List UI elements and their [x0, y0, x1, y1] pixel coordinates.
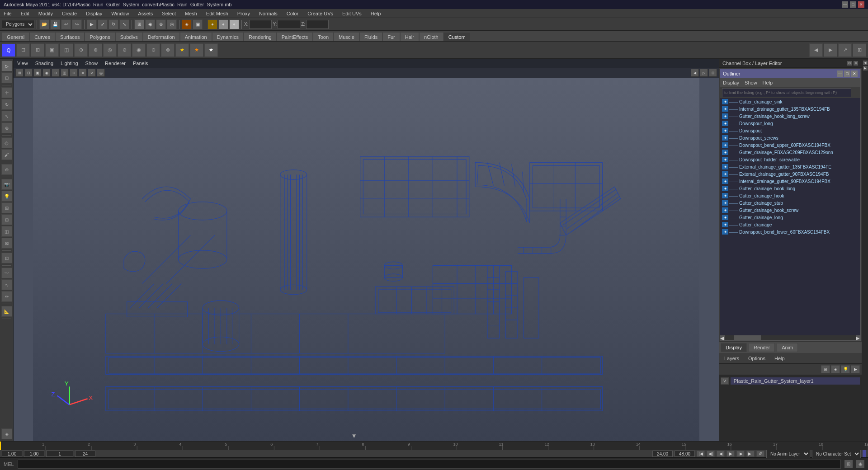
menu-display[interactable]: Display [84, 10, 104, 17]
menu-edit[interactable]: Edit [19, 10, 31, 17]
attr-mid-btn[interactable]: ▶ [863, 66, 868, 70]
character-set-select[interactable]: No Character Set [812, 449, 861, 458]
outliner-item-4[interactable]: ◈——Downspout [720, 127, 860, 134]
z-input[interactable] [306, 20, 329, 29]
tab-custom[interactable]: Custom [443, 32, 471, 41]
tab-deformation[interactable]: Deformation [143, 32, 180, 41]
menu-create-uvs[interactable]: Create UVs [306, 10, 335, 17]
menu-help[interactable]: Help [369, 10, 383, 17]
polygon-select[interactable]: Polygons [2, 20, 34, 29]
menu-file[interactable]: File [2, 10, 14, 17]
tab-rendering[interactable]: Rendering [244, 32, 277, 41]
outliner-item-16[interactable]: ◈——Gutter_drainage_long [720, 214, 860, 221]
outliner-hscroll-right[interactable]: ▶ [856, 335, 860, 340]
tab-toon[interactable]: Toon [313, 32, 334, 41]
tb-light3[interactable]: ● [229, 19, 239, 29]
lt-cluster[interactable]: ⊡ [1, 253, 12, 263]
vp-tb-snap3[interactable]: ⊘ [88, 69, 96, 77]
playback-start-input[interactable] [652, 451, 673, 457]
shelf-icon-1[interactable]: ⊡ [16, 43, 30, 57]
tb-scale-btn[interactable]: ⤡ [119, 19, 129, 29]
outliner-item-2[interactable]: ◈——Gutter_drainage_hook_long_screw [720, 113, 860, 120]
tab-hair[interactable]: Hair [400, 32, 419, 41]
outliner-item-7[interactable]: ◈——Gutter_drainage_FBXASC209FBXASC129onn [720, 149, 860, 156]
menu-proxy[interactable]: Proxy [236, 10, 252, 17]
vp-tb-end3[interactable]: ⊞ [709, 69, 717, 77]
tb-save-btn[interactable]: 💾 [50, 19, 60, 29]
shelf-icon-6[interactable]: ⊗ [89, 43, 102, 57]
outliner-item-8[interactable]: ◈——Downspout_holder_screwable [720, 156, 860, 163]
lt-ep-curve[interactable]: 〰 [1, 268, 12, 278]
tab-painteffects[interactable]: PaintEffects [277, 32, 313, 41]
lt-move[interactable]: ✛ [1, 87, 12, 98]
vp-tb-end2[interactable]: ▷ [700, 69, 708, 77]
menu-edit-uvs[interactable]: Edit UVs [340, 10, 363, 17]
outliner-hscroll-thumb[interactable] [734, 335, 761, 340]
outliner-menu-display[interactable]: Display [723, 80, 739, 85]
close-btn[interactable]: ✕ [858, 1, 864, 8]
x-input[interactable] [249, 20, 272, 29]
loop-btn[interactable]: ↺ [756, 451, 764, 457]
lt-select[interactable]: ▷ [1, 61, 12, 71]
shelf-icon-14[interactable]: ★ [204, 43, 218, 57]
tb-sel-btn[interactable]: ▶ [87, 19, 97, 29]
tab-curves[interactable]: Curves [29, 32, 55, 41]
tab-fur[interactable]: Fur [382, 32, 400, 41]
vp-tb-6[interactable]: ◫ [61, 69, 69, 77]
tb-light1[interactable]: ● [208, 19, 217, 29]
menu-select[interactable]: Select [160, 10, 178, 17]
outliner-item-5[interactable]: ◈——Downspout_screws [720, 134, 860, 141]
tb-snap-surface[interactable]: ◎ [167, 19, 177, 29]
step-back-btn[interactable]: ◀| [707, 451, 715, 457]
layer-render-btn[interactable]: ◈ [831, 365, 840, 373]
tab-ncloth[interactable]: nCloth [419, 32, 443, 41]
channel-close-icon[interactable]: ✕ [854, 61, 858, 66]
lt-camera[interactable]: 📷 [1, 179, 12, 190]
play-fwd-btn[interactable]: ▶ [726, 451, 735, 457]
menu-edit-mesh[interactable]: Edit Mesh [204, 10, 230, 17]
status-icon-2[interactable]: ◉ [856, 460, 864, 468]
shelf-icon-13[interactable]: ★ [190, 43, 203, 57]
current-frame-input[interactable] [24, 451, 44, 457]
lt-bottom-btn[interactable]: ◈ [1, 428, 12, 439]
shelf-icon-7[interactable]: ◎ [103, 43, 117, 57]
vp-lighting[interactable]: Lighting [61, 61, 78, 66]
vp-tb-5[interactable]: ⊙ [52, 69, 60, 77]
outliner-item-10[interactable]: ◈——External_drainage_gutter_90FBXASC194F… [720, 170, 860, 178]
outliner-item-15[interactable]: ◈——Gutter_drainage_hook_screw [720, 207, 860, 214]
outliner-menu-show[interactable]: Show [745, 80, 757, 85]
outliner-item-12[interactable]: ◈——Gutter_drainage_hook_long [720, 185, 860, 192]
tab-polygons[interactable]: Polygons [85, 32, 115, 41]
outliner-item-11[interactable]: ◈——Internal_drainage_gutter_90FBXASC194F… [720, 178, 860, 185]
tab-dynamics[interactable]: Dynamics [212, 32, 244, 41]
attr-top-btn[interactable]: ◀ [863, 61, 868, 65]
shelf-icon-4[interactable]: ◫ [60, 43, 73, 57]
outliner-menu-help[interactable]: Help [763, 80, 773, 85]
outliner-max-btn[interactable]: □ [844, 70, 850, 77]
lt-ik[interactable]: ⊟ [1, 214, 12, 225]
tb-light2[interactable]: ● [218, 19, 228, 29]
tb-snap-point[interactable]: ⊕ [156, 19, 166, 29]
tb-open-btn[interactable]: 📂 [39, 19, 49, 29]
goto-end-btn[interactable]: ▶| [746, 451, 755, 457]
timeline-ruler[interactable] [0, 442, 868, 450]
playback-end-input[interactable] [675, 451, 695, 457]
tb-rotate-btn[interactable]: ↻ [108, 19, 118, 29]
tab-fluids[interactable]: Fluids [359, 32, 382, 41]
layer-light-btn[interactable]: 💡 [841, 365, 850, 373]
shelf-icon-12[interactable]: ★ [175, 43, 189, 57]
vp-panels[interactable]: Panels [133, 61, 148, 66]
layer-visibility-btn[interactable]: V [721, 377, 729, 385]
frame-indicator[interactable]: 1 [46, 451, 73, 457]
tb-undo-btn[interactable]: ↩ [61, 19, 71, 29]
vp-tb-2[interactable]: ⊡ [24, 69, 33, 77]
vp-tb-end1[interactable]: ◀ [691, 69, 699, 77]
anim-layer-select[interactable]: No Anim Layer [766, 449, 810, 458]
goto-start-btn[interactable]: |◀ [697, 451, 705, 457]
outliner-hscrollbar[interactable]: ◀ ▶ [720, 335, 860, 340]
timeline-settings-btn[interactable] [863, 450, 866, 457]
outliner-close-btn[interactable]: ✕ [851, 70, 858, 77]
menu-assets[interactable]: Assets [136, 10, 155, 17]
outliner-item-17[interactable]: ◈——Gutter_drainage [720, 221, 860, 228]
cb-tab-display[interactable]: Display [721, 343, 747, 352]
